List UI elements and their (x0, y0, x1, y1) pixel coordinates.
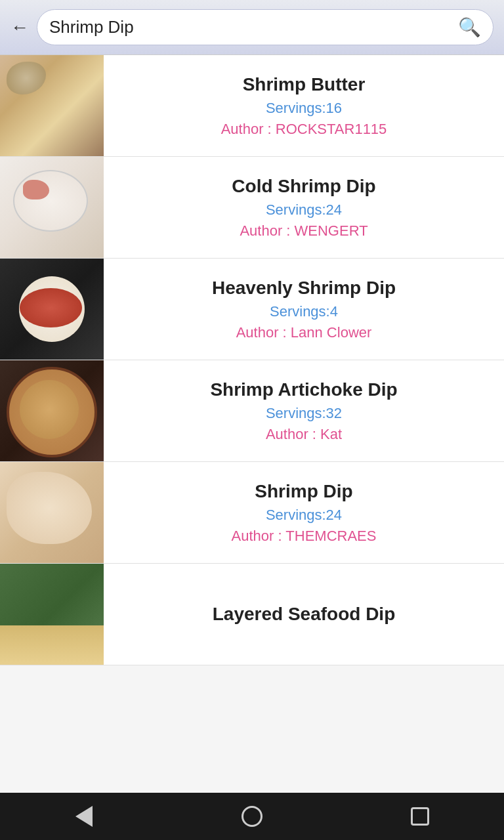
recipe-author: Author : ROCKSTAR1115 (221, 121, 387, 138)
recipe-info: Cold Shrimp DipServings:24Author : WENGE… (104, 157, 504, 258)
recipe-author: Author : Lann Clower (236, 324, 372, 341)
recipe-info: Shrimp ButterServings:16Author : ROCKSTA… (104, 55, 504, 156)
recipe-servings: Servings:4 (270, 303, 338, 320)
recipe-item[interactable]: Cold Shrimp DipServings:24Author : WENGE… (0, 157, 504, 259)
recipe-servings: Servings:32 (266, 405, 342, 422)
recipe-thumb-image (0, 157, 104, 258)
search-icon[interactable]: 🔍 (458, 16, 481, 38)
recipe-item[interactable]: Shrimp Artichoke DipServings:32Author : … (0, 360, 504, 462)
recipe-servings: Servings:24 (266, 201, 342, 219)
nav-bar (0, 793, 504, 840)
recipe-thumb-image (0, 259, 104, 360)
recipe-info: Shrimp Artichoke DipServings:32Author : … (104, 360, 504, 461)
recipe-info: Shrimp DipServings:24Author : THEMCRAES (104, 462, 504, 563)
nav-back-button[interactable] (68, 800, 100, 833)
recipe-title: Cold Shrimp Dip (232, 175, 375, 198)
recipe-title: Heavenly Shrimp Dip (212, 277, 396, 299)
recipe-thumbnail (0, 259, 104, 360)
recipe-title: Shrimp Butter (243, 74, 366, 96)
recipe-thumbnail (0, 462, 104, 563)
recipe-servings: Servings:16 (266, 100, 342, 117)
recipe-author: Author : WENGERT (240, 222, 368, 240)
back-icon (75, 806, 93, 827)
recipe-info: Heavenly Shrimp DipServings:4Author : La… (104, 259, 504, 360)
recipe-title: Layered Seafood Dip (213, 603, 396, 625)
recipe-author: Author : Kat (266, 426, 342, 443)
home-icon (242, 806, 262, 827)
search-input[interactable] (49, 17, 452, 37)
back-button[interactable]: ← (10, 17, 29, 38)
recipe-item[interactable]: Shrimp ButterServings:16Author : ROCKSTA… (0, 55, 504, 157)
recipe-thumb-image (0, 55, 104, 156)
recipe-thumbnail (0, 55, 104, 156)
nav-home-button[interactable] (236, 800, 268, 833)
recipe-title: Shrimp Artichoke Dip (210, 379, 397, 401)
recipe-item[interactable]: Heavenly Shrimp DipServings:4Author : La… (0, 259, 504, 360)
recipe-info: Layered Seafood Dip (104, 564, 504, 665)
recipe-item[interactable]: Shrimp DipServings:24Author : THEMCRAES (0, 462, 504, 564)
recipe-thumb-image (0, 462, 104, 563)
recipe-title: Shrimp Dip (255, 480, 352, 503)
nav-recents-button[interactable] (404, 800, 436, 833)
recipe-servings: Servings:24 (266, 507, 342, 524)
recipe-thumb-image (0, 564, 104, 665)
recipe-thumbnail (0, 157, 104, 258)
recipe-thumb-image (0, 360, 104, 461)
recents-icon (411, 807, 429, 826)
recipe-list: Shrimp ButterServings:16Author : ROCKSTA… (0, 55, 504, 793)
recipe-thumbnail (0, 360, 104, 461)
recipe-author: Author : THEMCRAES (232, 528, 377, 545)
recipe-item[interactable]: Layered Seafood Dip (0, 564, 504, 665)
recipe-thumbnail (0, 564, 104, 665)
search-bar: ← 🔍 (0, 0, 504, 55)
search-input-wrapper: 🔍 (37, 9, 494, 45)
